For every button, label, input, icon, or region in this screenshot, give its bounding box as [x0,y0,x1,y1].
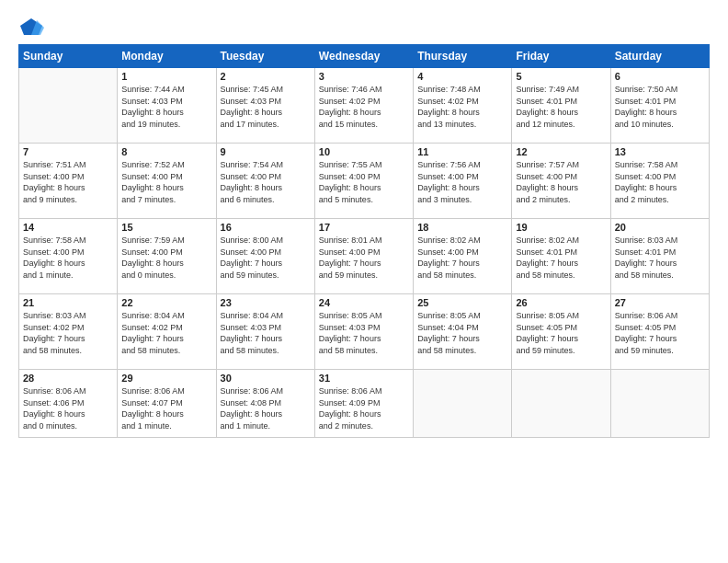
day-info: Sunrise: 7:46 AM Sunset: 4:02 PM Dayligh… [319,84,409,130]
day-info: Sunrise: 7:57 AM Sunset: 4:00 PM Dayligh… [516,159,606,205]
day-number: 9 [221,146,311,157]
day-info: Sunrise: 8:02 AM Sunset: 4:00 PM Dayligh… [417,235,507,281]
day-info: Sunrise: 8:06 AM Sunset: 4:05 PM Dayligh… [615,310,705,356]
calendar-cell: 19Sunrise: 8:02 AM Sunset: 4:01 PM Dayli… [512,219,610,294]
day-number: 3 [319,71,409,82]
day-info: Sunrise: 8:03 AM Sunset: 4:01 PM Dayligh… [615,235,705,281]
calendar-cell: 20Sunrise: 8:03 AM Sunset: 4:01 PM Dayli… [610,219,709,294]
calendar-cell: 21Sunrise: 8:03 AM Sunset: 4:02 PM Dayli… [19,294,118,370]
day-number: 23 [221,297,311,308]
day-number: 31 [319,373,409,384]
day-info: Sunrise: 7:59 AM Sunset: 4:00 PM Dayligh… [121,235,211,281]
day-info: Sunrise: 7:52 AM Sunset: 4:00 PM Dayligh… [121,159,211,205]
day-info: Sunrise: 8:06 AM Sunset: 4:08 PM Dayligh… [221,385,311,431]
day-info: Sunrise: 8:06 AM Sunset: 4:09 PM Dayligh… [319,385,409,431]
day-number: 4 [417,71,507,82]
week-row-2: 7Sunrise: 7:51 AM Sunset: 4:00 PM Daylig… [19,144,710,219]
day-number: 22 [121,297,211,308]
calendar-cell: 11Sunrise: 7:56 AM Sunset: 4:00 PM Dayli… [414,144,512,219]
day-number: 2 [221,71,311,82]
day-info: Sunrise: 7:50 AM Sunset: 4:01 PM Dayligh… [615,84,705,130]
calendar-cell: 17Sunrise: 8:01 AM Sunset: 4:00 PM Dayli… [314,219,413,294]
day-info: Sunrise: 8:05 AM Sunset: 4:03 PM Dayligh… [319,310,409,356]
day-number: 19 [516,222,606,233]
calendar-cell: 1Sunrise: 7:44 AM Sunset: 4:03 PM Daylig… [118,68,216,144]
calendar-cell: 3Sunrise: 7:46 AM Sunset: 4:02 PM Daylig… [314,68,413,144]
day-number: 25 [417,297,507,308]
week-row-1: 1Sunrise: 7:44 AM Sunset: 4:03 PM Daylig… [19,68,710,144]
calendar-cell: 2Sunrise: 7:45 AM Sunset: 4:03 PM Daylig… [216,68,314,144]
day-number: 30 [221,373,311,384]
day-number: 21 [23,297,113,308]
day-number: 12 [516,146,606,157]
weekday-header-monday: Monday [118,45,216,68]
day-number: 5 [516,71,606,82]
day-info: Sunrise: 8:05 AM Sunset: 4:04 PM Dayligh… [417,310,507,356]
day-info: Sunrise: 8:06 AM Sunset: 4:06 PM Dayligh… [23,385,113,431]
day-info: Sunrise: 8:00 AM Sunset: 4:00 PM Dayligh… [221,235,311,281]
calendar-cell: 22Sunrise: 8:04 AM Sunset: 4:02 PM Dayli… [118,294,216,370]
day-info: Sunrise: 7:56 AM Sunset: 4:00 PM Dayligh… [417,159,507,205]
calendar-cell: 5Sunrise: 7:49 AM Sunset: 4:01 PM Daylig… [512,68,610,144]
page: SundayMondayTuesdayWednesdayThursdayFrid… [0,0,728,563]
calendar-cell: 16Sunrise: 8:00 AM Sunset: 4:00 PM Dayli… [216,219,314,294]
header [18,17,710,37]
week-row-3: 14Sunrise: 7:58 AM Sunset: 4:00 PM Dayli… [19,219,710,294]
calendar-cell: 9Sunrise: 7:54 AM Sunset: 4:00 PM Daylig… [216,144,314,219]
day-info: Sunrise: 7:51 AM Sunset: 4:00 PM Dayligh… [23,159,113,205]
calendar-cell: 13Sunrise: 7:58 AM Sunset: 4:00 PM Dayli… [610,144,709,219]
calendar-cell: 12Sunrise: 7:57 AM Sunset: 4:00 PM Dayli… [512,144,610,219]
calendar-cell [19,68,118,144]
week-row-4: 21Sunrise: 8:03 AM Sunset: 4:02 PM Dayli… [19,294,710,370]
day-info: Sunrise: 7:58 AM Sunset: 4:00 PM Dayligh… [23,235,113,281]
day-info: Sunrise: 8:04 AM Sunset: 4:02 PM Dayligh… [121,310,211,356]
calendar-cell: 29Sunrise: 8:06 AM Sunset: 4:07 PM Dayli… [118,370,216,438]
week-row-5: 28Sunrise: 8:06 AM Sunset: 4:06 PM Dayli… [19,370,710,438]
day-number: 26 [516,297,606,308]
calendar-cell: 30Sunrise: 8:06 AM Sunset: 4:08 PM Dayli… [216,370,314,438]
day-number: 10 [319,146,409,157]
day-info: Sunrise: 8:05 AM Sunset: 4:05 PM Dayligh… [516,310,606,356]
calendar-cell [414,370,512,438]
calendar-cell: 26Sunrise: 8:05 AM Sunset: 4:05 PM Dayli… [512,294,610,370]
day-info: Sunrise: 7:55 AM Sunset: 4:00 PM Dayligh… [319,159,409,205]
calendar-cell: 7Sunrise: 7:51 AM Sunset: 4:00 PM Daylig… [19,144,118,219]
calendar-cell: 14Sunrise: 7:58 AM Sunset: 4:00 PM Dayli… [19,219,118,294]
day-number: 13 [615,146,705,157]
day-info: Sunrise: 8:02 AM Sunset: 4:01 PM Dayligh… [516,235,606,281]
weekday-header-row: SundayMondayTuesdayWednesdayThursdayFrid… [19,45,710,68]
weekday-header-sunday: Sunday [19,45,118,68]
day-number: 11 [417,146,507,157]
day-info: Sunrise: 7:49 AM Sunset: 4:01 PM Dayligh… [516,84,606,130]
logo-icon [18,17,44,37]
day-info: Sunrise: 8:03 AM Sunset: 4:02 PM Dayligh… [23,310,113,356]
calendar-cell [512,370,610,438]
day-number: 14 [23,222,113,233]
calendar-cell: 4Sunrise: 7:48 AM Sunset: 4:02 PM Daylig… [414,68,512,144]
day-info: Sunrise: 8:06 AM Sunset: 4:07 PM Dayligh… [121,385,211,431]
calendar-cell: 27Sunrise: 8:06 AM Sunset: 4:05 PM Dayli… [610,294,709,370]
weekday-header-wednesday: Wednesday [314,45,413,68]
day-info: Sunrise: 7:58 AM Sunset: 4:00 PM Dayligh… [615,159,705,205]
calendar-cell: 24Sunrise: 8:05 AM Sunset: 4:03 PM Dayli… [314,294,413,370]
calendar-cell: 31Sunrise: 8:06 AM Sunset: 4:09 PM Dayli… [314,370,413,438]
day-number: 1 [121,71,211,82]
calendar-cell: 6Sunrise: 7:50 AM Sunset: 4:01 PM Daylig… [610,68,709,144]
day-number: 16 [221,222,311,233]
weekday-header-thursday: Thursday [414,45,512,68]
day-number: 28 [23,373,113,384]
day-number: 17 [319,222,409,233]
weekday-header-friday: Friday [512,45,610,68]
calendar-cell: 10Sunrise: 7:55 AM Sunset: 4:00 PM Dayli… [314,144,413,219]
day-info: Sunrise: 7:48 AM Sunset: 4:02 PM Dayligh… [417,84,507,130]
day-number: 7 [23,146,113,157]
calendar: SundayMondayTuesdayWednesdayThursdayFrid… [18,44,710,438]
day-number: 8 [121,146,211,157]
calendar-cell: 23Sunrise: 8:04 AM Sunset: 4:03 PM Dayli… [216,294,314,370]
calendar-cell: 15Sunrise: 7:59 AM Sunset: 4:00 PM Dayli… [118,219,216,294]
day-info: Sunrise: 7:45 AM Sunset: 4:03 PM Dayligh… [221,84,311,130]
calendar-cell: 8Sunrise: 7:52 AM Sunset: 4:00 PM Daylig… [118,144,216,219]
day-number: 6 [615,71,705,82]
day-number: 15 [121,222,211,233]
day-number: 24 [319,297,409,308]
